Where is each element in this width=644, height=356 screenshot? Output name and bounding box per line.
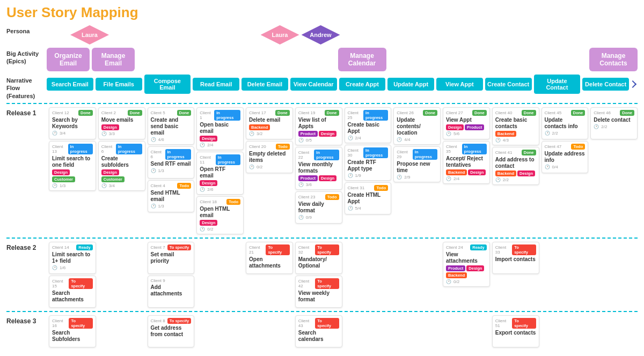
story-card[interactable]: Client 45 Done Update contacts info 🕐 2/… xyxy=(541,107,589,139)
story-card[interactable]: Client 4 Todo Send HTML email 🕐 1/3 xyxy=(148,180,195,212)
card-footer: 🕐 1/3 xyxy=(151,204,192,209)
card-footer: 🕐 1/3 xyxy=(52,183,93,188)
clock-icon: 🕐 xyxy=(200,227,205,232)
clock-icon: 🕐 xyxy=(446,176,451,181)
story-card[interactable]: Client 30 In progress Create RTF Appt ty… xyxy=(345,145,392,181)
epics-row: Big Activity(Epics) Organize Email Manag… xyxy=(6,48,638,71)
story-card[interactable]: Client 8 To specify Get address from con… xyxy=(148,315,195,347)
story-card[interactable]: Client 15 To specify Search attachments xyxy=(49,276,96,308)
story-card[interactable]: Client 40 Done Create basic contacts Bac… xyxy=(492,107,539,145)
tag-product: Product xyxy=(298,175,318,181)
badge-to-specify: To specify xyxy=(512,318,536,329)
story-card[interactable]: Client 41 Done Add address to contact Ba… xyxy=(492,147,539,185)
story-card[interactable]: Client 31 Todo Create HTML Appt 🕐 5/4 xyxy=(345,182,392,214)
card-tags: BackendDesign xyxy=(446,169,487,175)
story-card[interactable]: Client 24 Ready View attachments Product… xyxy=(443,242,490,287)
card-count: 3/4 xyxy=(109,183,115,188)
feature-create-contact: Create Contact xyxy=(485,78,532,91)
story-card[interactable]: Client 22 In progress View monthly forma… xyxy=(295,147,342,190)
story-card[interactable]: Client 26 Done Update contents/ location… xyxy=(393,107,441,145)
story-card[interactable]: Client 43 To specify Search calendars xyxy=(295,315,342,347)
card-count: 0/2 xyxy=(257,165,262,169)
card-client: Client 35 xyxy=(446,144,462,154)
story-card[interactable]: Client 42 To specify View weekly format xyxy=(295,276,342,308)
tag-product: Product xyxy=(465,124,484,130)
card-client: Client 23 xyxy=(298,195,316,199)
badge-in-progress: In progress xyxy=(165,149,192,160)
card-title: Add attachments xyxy=(151,284,192,297)
card-footer: 🕐 0/9 xyxy=(298,215,339,220)
story-card[interactable]: Client 17 Done Delete email Backend 🕐 3/… xyxy=(246,107,293,139)
card-client: Client 42 xyxy=(298,279,315,288)
card-title: Search Subfolders xyxy=(52,330,93,343)
story-card[interactable]: Client 20 Todo Empty deleted items 🕐 0/2 xyxy=(246,141,293,173)
story-card[interactable]: Client 21 To specify Open attachments xyxy=(246,242,293,274)
tag-backend: Backend xyxy=(495,170,516,176)
card-header: Client 5 Done xyxy=(151,110,192,116)
story-card[interactable]: Client 6 In progress Create subfolders D… xyxy=(98,141,145,191)
story-card[interactable]: Client 2 Done Move emails Design 🕐 3/3 xyxy=(98,107,145,139)
badge-done: Done xyxy=(472,110,487,116)
release-col-3-2 xyxy=(98,315,145,347)
badge-to-specify: To specify xyxy=(167,318,192,324)
release-col-2-8 xyxy=(393,242,441,308)
story-card[interactable]: Client 1 In progress Open basic email De… xyxy=(196,107,244,150)
release-col-2-12 xyxy=(590,242,638,308)
card-tags: DesignCustomer xyxy=(101,169,142,182)
card-header: Client 33 To specify xyxy=(495,244,536,255)
story-card[interactable]: Client 12 Done Search by Keywords 🕐 3/4 xyxy=(49,107,96,139)
tag-design: Design xyxy=(52,169,70,175)
release-col-1-10: Client 40 Done Create basic contacts Bac… xyxy=(492,107,539,234)
story-card[interactable]: Client 5 Done Create and send basic emai… xyxy=(148,107,195,145)
story-card[interactable]: Client 33 To specify Import contacts xyxy=(492,242,539,274)
card-header: Client 16 To specify xyxy=(52,318,93,329)
clock-icon: 🕐 xyxy=(594,124,599,129)
badge-in-progress: In progress xyxy=(314,150,339,160)
page-container: User Story Mapping Persona Laura Laura A… xyxy=(0,0,644,356)
card-count: 0/9 xyxy=(306,215,312,220)
story-card[interactable]: Client 46 Done Delete contact 🕐 2/2 xyxy=(590,107,638,139)
story-card[interactable]: Client 14 Ready Limit search to 1+ field… xyxy=(49,242,96,274)
badge-in-progress: In progress xyxy=(363,110,388,121)
story-card[interactable]: Client 27 Done View Appt DesignProduct 🕐… xyxy=(443,107,490,139)
card-tags: BackendDesign xyxy=(495,170,536,176)
story-card[interactable]: Client 47 Todo Update address info 🕐 0/4 xyxy=(541,141,589,173)
feature-view-calendar: View Calendar xyxy=(290,78,337,91)
story-card[interactable]: Client 19 Done View list of Appts Produc… xyxy=(295,107,342,145)
tag-design: Design xyxy=(319,175,336,181)
feature-delete-email: Delete Email xyxy=(241,78,288,91)
tag-backend: Backend xyxy=(249,124,270,130)
card-footer: 🕐 5/6 xyxy=(446,131,487,136)
story-card[interactable]: Client 9 Add attachments xyxy=(148,276,195,308)
story-card[interactable]: Client 29 In progress Propose new time 🕐… xyxy=(393,146,441,182)
tag-design: Design xyxy=(101,169,119,175)
story-card[interactable]: Client 16 To specify Search Subfolders xyxy=(49,315,96,347)
story-card[interactable]: Client 51 To specify Export contacts xyxy=(492,315,539,347)
story-card[interactable]: Client 25 In progress Create basic Appt … xyxy=(345,107,392,143)
badge-to-specify: To specify xyxy=(69,278,92,289)
card-header: Client 17 Done xyxy=(249,110,290,116)
card-title: Open HTML email xyxy=(200,206,240,219)
story-card[interactable]: Client 6 In progress Send RTF email 🕐 1/… xyxy=(148,146,195,179)
release-label-2: Release 2 xyxy=(6,242,47,251)
card-footer: 🕐 1/3 xyxy=(151,168,192,173)
story-card[interactable]: Client 18 Todo Open HTML email Design 🕐 … xyxy=(196,196,244,234)
story-card[interactable]: Client 13 In progress Limit search to on… xyxy=(49,141,96,191)
badge-ready: Ready xyxy=(470,244,487,250)
release-col-2-7 xyxy=(345,242,392,308)
story-card[interactable]: Client 7 To specify Set email priority xyxy=(148,242,195,274)
card-title: Add address to contact xyxy=(495,157,536,169)
story-card[interactable]: Client 11 In progress Open RTF email Des… xyxy=(196,152,244,195)
persona-laura-2: Laura xyxy=(261,25,299,44)
card-client: Client 12 xyxy=(52,110,69,115)
card-client: Client 6 xyxy=(101,144,116,154)
card-footer: 🕐 4/4 xyxy=(397,137,437,142)
card-title: Create RTF Appt type xyxy=(348,159,389,172)
release-col-1-11: Client 45 Done Update contacts info 🕐 2/… xyxy=(541,107,589,234)
card-tags: Design xyxy=(200,220,240,226)
card-title: Move emails xyxy=(101,117,142,123)
story-card[interactable]: Client 32 To specify Mandatory/ Optional xyxy=(295,242,342,274)
card-title: Set email priority xyxy=(151,251,192,264)
story-card[interactable]: Client 35 In progress Accept/ Reject ten… xyxy=(443,141,490,184)
story-card[interactable]: Client 23 Todo View daily format 🕐 0/9 xyxy=(295,191,342,224)
